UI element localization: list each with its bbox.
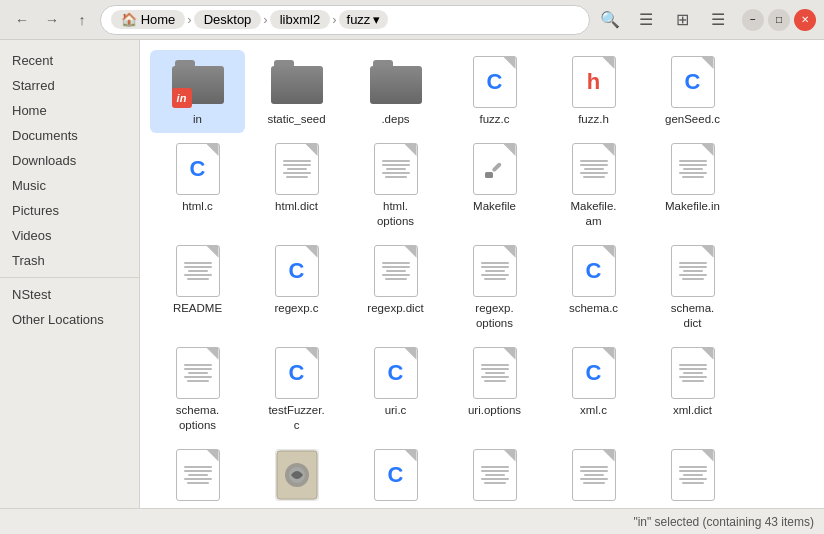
file-item[interactable]: html. options	[348, 137, 443, 235]
sidebar-divider	[0, 277, 139, 278]
file-item[interactable]: schema. options	[150, 341, 245, 439]
c-file-icon: C	[271, 347, 323, 399]
text-file-icon	[469, 347, 521, 399]
window-controls: − □ ✕	[742, 9, 816, 31]
file-item[interactable]: C regexp.c	[249, 239, 344, 337]
file-item[interactable]: schema. dict	[645, 239, 740, 337]
menu-button[interactable]: ☰	[702, 4, 734, 36]
file-item[interactable]: C fuzz.c	[447, 50, 542, 133]
file-label: regexp.c	[274, 301, 318, 316]
file-item[interactable]: C schema.c	[546, 239, 641, 337]
text-file-icon	[469, 449, 521, 501]
sidebar-item-other-locations[interactable]: Other Locations	[0, 307, 139, 332]
file-item[interactable]: xpath. options	[546, 443, 641, 508]
text-file-icon	[172, 245, 224, 297]
back-button[interactable]: ←	[8, 6, 36, 34]
file-item[interactable]: regexp. options	[447, 239, 542, 337]
file-label: schema.c	[569, 301, 618, 316]
file-item[interactable]: C xml.c	[546, 341, 641, 439]
sidebar-item-music[interactable]: Music	[0, 173, 139, 198]
file-label: schema. options	[176, 403, 219, 433]
file-item[interactable]: uri.options	[447, 341, 542, 439]
file-item[interactable]: C html.c	[150, 137, 245, 235]
file-item[interactable]: h fuzz.h	[546, 50, 641, 133]
file-item[interactable]: Makefile	[447, 137, 542, 235]
file-item[interactable]: xml. options	[150, 443, 245, 508]
search-button[interactable]: 🔍	[594, 4, 626, 36]
breadcrumb-home[interactable]: 🏠 Home	[111, 10, 185, 29]
sidebar-item-downloads[interactable]: Downloads	[0, 148, 139, 173]
text-file-icon	[172, 449, 224, 501]
sidebar-item-pictures[interactable]: Pictures	[0, 198, 139, 223]
file-label: in	[193, 112, 202, 127]
file-item[interactable]: C genSeed.c	[645, 50, 740, 133]
file-label: uri.c	[385, 403, 407, 418]
forward-button[interactable]: →	[38, 6, 66, 34]
breadcrumb-desktop[interactable]: Desktop	[194, 10, 262, 29]
file-label: testFuzzer. c	[268, 403, 324, 433]
xml-icon	[271, 449, 323, 501]
sidebar-item-starred[interactable]: Starred	[0, 73, 139, 98]
file-item[interactable]: in in	[150, 50, 245, 133]
file-item[interactable]: Makefile.in	[645, 137, 740, 235]
file-label: regexp. options	[475, 301, 513, 331]
text-file-icon	[568, 449, 620, 501]
breadcrumb-fuzz[interactable]: fuzz ▾	[339, 10, 389, 29]
sidebar-item-recent[interactable]: Recent	[0, 48, 139, 73]
sidebar-item-documents[interactable]: Documents	[0, 123, 139, 148]
file-item[interactable]: xmllint_cov	[249, 443, 344, 508]
file-item[interactable]: README	[150, 239, 245, 337]
text-file-icon	[667, 245, 719, 297]
close-button[interactable]: ✕	[794, 9, 816, 31]
text-file-icon	[667, 143, 719, 195]
folder-badge-icon: in	[172, 56, 224, 108]
file-label: xml.dict	[673, 403, 712, 418]
file-label: .deps	[381, 112, 409, 127]
nav-buttons: ← → ↑	[8, 6, 96, 34]
maximize-button[interactable]: □	[768, 9, 790, 31]
minimize-button[interactable]: −	[742, 9, 764, 31]
file-grid: in in static_seed .deps C fuzz.c	[150, 50, 814, 508]
c-file-icon: C	[370, 347, 422, 399]
c-file-icon: C	[172, 143, 224, 195]
text-file-icon	[172, 347, 224, 399]
file-label: Makefile	[473, 199, 516, 214]
sidebar-item-home[interactable]: Home	[0, 98, 139, 123]
file-item[interactable]: xpath.dict	[447, 443, 542, 508]
text-file-icon	[667, 347, 719, 399]
file-label: html. options	[377, 199, 414, 229]
file-item[interactable]: Makefile. am	[546, 137, 641, 235]
breadcrumb-libxml2[interactable]: libxml2	[270, 10, 330, 29]
text-file-icon	[370, 143, 422, 195]
badge-in: in	[172, 88, 192, 108]
file-item[interactable]: regexp.dict	[348, 239, 443, 337]
view-toggle-button[interactable]: ⊞	[666, 4, 698, 36]
file-item[interactable]: .gitignore	[645, 443, 740, 508]
titlebar: ← → ↑ 🏠 Home › Desktop › libxml2 › fuzz …	[0, 0, 824, 40]
file-item[interactable]: C uri.c	[348, 341, 443, 439]
file-item[interactable]: C xpath.c	[348, 443, 443, 508]
main-layout: Recent Starred Home Documents Downloads …	[0, 40, 824, 508]
file-label: fuzz.h	[578, 112, 609, 127]
up-button[interactable]: ↑	[68, 6, 96, 34]
make-file-icon	[469, 143, 521, 195]
file-label: xml.c	[580, 403, 607, 418]
file-item[interactable]: xml.dict	[645, 341, 740, 439]
view-list-button[interactable]: ☰	[630, 4, 662, 36]
sidebar-item-videos[interactable]: Videos	[0, 223, 139, 248]
file-item[interactable]: .deps	[348, 50, 443, 133]
c-file-icon: C	[568, 245, 620, 297]
text-file-icon	[568, 143, 620, 195]
c-file-icon: C	[469, 56, 521, 108]
svg-rect-1	[485, 172, 493, 178]
file-label: html.dict	[275, 199, 318, 214]
text-file-icon	[271, 143, 323, 195]
file-item[interactable]: static_seed	[249, 50, 344, 133]
file-item[interactable]: C testFuzzer. c	[249, 341, 344, 439]
file-item[interactable]: html.dict	[249, 137, 344, 235]
sidebar-item-trash[interactable]: Trash	[0, 248, 139, 273]
statusbar: "in" selected (containing 43 items)	[0, 508, 824, 534]
c-file-icon: C	[667, 56, 719, 108]
sidebar-item-nstest[interactable]: NStest	[0, 282, 139, 307]
folder-icon	[271, 56, 323, 108]
